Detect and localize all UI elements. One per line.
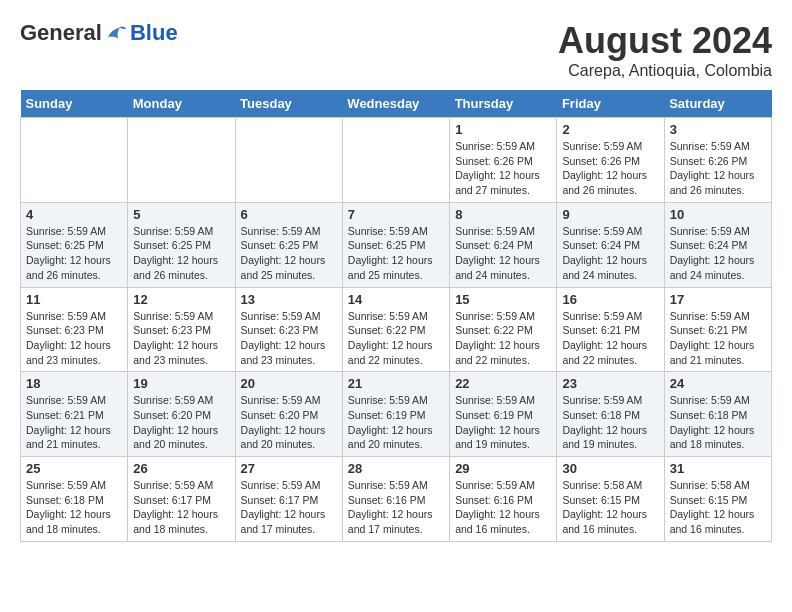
day-number: 13: [241, 292, 337, 307]
day-number: 20: [241, 376, 337, 391]
day-info: Sunrise: 5:59 AMSunset: 6:22 PMDaylight:…: [348, 309, 444, 368]
day-number: 31: [670, 461, 766, 476]
day-cell: [128, 118, 235, 203]
day-info: Sunrise: 5:59 AMSunset: 6:23 PMDaylight:…: [133, 309, 229, 368]
day-number: 25: [26, 461, 122, 476]
day-info: Sunrise: 5:59 AMSunset: 6:25 PMDaylight:…: [26, 224, 122, 283]
day-number: 28: [348, 461, 444, 476]
day-cell: 26Sunrise: 5:59 AMSunset: 6:17 PMDayligh…: [128, 457, 235, 542]
day-cell: 10Sunrise: 5:59 AMSunset: 6:24 PMDayligh…: [664, 202, 771, 287]
week-row-5: 25Sunrise: 5:59 AMSunset: 6:18 PMDayligh…: [21, 457, 772, 542]
day-number: 16: [562, 292, 658, 307]
day-info: Sunrise: 5:59 AMSunset: 6:23 PMDaylight:…: [241, 309, 337, 368]
day-info: Sunrise: 5:59 AMSunset: 6:25 PMDaylight:…: [133, 224, 229, 283]
day-info: Sunrise: 5:59 AMSunset: 6:23 PMDaylight:…: [26, 309, 122, 368]
day-info: Sunrise: 5:59 AMSunset: 6:18 PMDaylight:…: [26, 478, 122, 537]
day-cell: [235, 118, 342, 203]
day-info: Sunrise: 5:59 AMSunset: 6:21 PMDaylight:…: [26, 393, 122, 452]
days-of-week-row: SundayMondayTuesdayWednesdayThursdayFrid…: [21, 90, 772, 118]
day-cell: 31Sunrise: 5:58 AMSunset: 6:15 PMDayligh…: [664, 457, 771, 542]
day-number: 24: [670, 376, 766, 391]
day-cell: 5Sunrise: 5:59 AMSunset: 6:25 PMDaylight…: [128, 202, 235, 287]
day-cell: 16Sunrise: 5:59 AMSunset: 6:21 PMDayligh…: [557, 287, 664, 372]
day-cell: 27Sunrise: 5:59 AMSunset: 6:17 PMDayligh…: [235, 457, 342, 542]
day-cell: 17Sunrise: 5:59 AMSunset: 6:21 PMDayligh…: [664, 287, 771, 372]
day-cell: 28Sunrise: 5:59 AMSunset: 6:16 PMDayligh…: [342, 457, 449, 542]
day-info: Sunrise: 5:58 AMSunset: 6:15 PMDaylight:…: [562, 478, 658, 537]
day-number: 29: [455, 461, 551, 476]
day-info: Sunrise: 5:59 AMSunset: 6:18 PMDaylight:…: [670, 393, 766, 452]
weekday-header-friday: Friday: [557, 90, 664, 118]
weekday-header-sunday: Sunday: [21, 90, 128, 118]
day-number: 30: [562, 461, 658, 476]
day-cell: 30Sunrise: 5:58 AMSunset: 6:15 PMDayligh…: [557, 457, 664, 542]
day-info: Sunrise: 5:59 AMSunset: 6:20 PMDaylight:…: [133, 393, 229, 452]
day-info: Sunrise: 5:59 AMSunset: 6:24 PMDaylight:…: [455, 224, 551, 283]
day-info: Sunrise: 5:59 AMSunset: 6:21 PMDaylight:…: [670, 309, 766, 368]
day-number: 12: [133, 292, 229, 307]
day-number: 18: [26, 376, 122, 391]
day-cell: 3Sunrise: 5:59 AMSunset: 6:26 PMDaylight…: [664, 118, 771, 203]
day-cell: 2Sunrise: 5:59 AMSunset: 6:26 PMDaylight…: [557, 118, 664, 203]
day-cell: 14Sunrise: 5:59 AMSunset: 6:22 PMDayligh…: [342, 287, 449, 372]
day-cell: 24Sunrise: 5:59 AMSunset: 6:18 PMDayligh…: [664, 372, 771, 457]
day-cell: 4Sunrise: 5:59 AMSunset: 6:25 PMDaylight…: [21, 202, 128, 287]
day-number: 1: [455, 122, 551, 137]
day-number: 6: [241, 207, 337, 222]
weekday-header-wednesday: Wednesday: [342, 90, 449, 118]
day-number: 23: [562, 376, 658, 391]
day-number: 27: [241, 461, 337, 476]
month-year-title: August 2024: [558, 20, 772, 62]
day-cell: 6Sunrise: 5:59 AMSunset: 6:25 PMDaylight…: [235, 202, 342, 287]
page-header: General Blue August 2024 Carepa, Antioqu…: [20, 20, 772, 80]
logo-blue-text: Blue: [130, 20, 178, 46]
day-info: Sunrise: 5:59 AMSunset: 6:26 PMDaylight:…: [670, 139, 766, 198]
day-number: 8: [455, 207, 551, 222]
day-cell: 22Sunrise: 5:59 AMSunset: 6:19 PMDayligh…: [450, 372, 557, 457]
day-number: 4: [26, 207, 122, 222]
day-number: 2: [562, 122, 658, 137]
day-info: Sunrise: 5:59 AMSunset: 6:24 PMDaylight:…: [670, 224, 766, 283]
day-cell: 8Sunrise: 5:59 AMSunset: 6:24 PMDaylight…: [450, 202, 557, 287]
day-info: Sunrise: 5:59 AMSunset: 6:25 PMDaylight:…: [348, 224, 444, 283]
day-number: 10: [670, 207, 766, 222]
day-cell: 19Sunrise: 5:59 AMSunset: 6:20 PMDayligh…: [128, 372, 235, 457]
day-number: 21: [348, 376, 444, 391]
day-number: 14: [348, 292, 444, 307]
title-area: August 2024 Carepa, Antioquia, Colombia: [558, 20, 772, 80]
day-number: 7: [348, 207, 444, 222]
day-number: 26: [133, 461, 229, 476]
day-cell: 7Sunrise: 5:59 AMSunset: 6:25 PMDaylight…: [342, 202, 449, 287]
day-cell: 21Sunrise: 5:59 AMSunset: 6:19 PMDayligh…: [342, 372, 449, 457]
day-cell: 18Sunrise: 5:59 AMSunset: 6:21 PMDayligh…: [21, 372, 128, 457]
day-info: Sunrise: 5:59 AMSunset: 6:20 PMDaylight:…: [241, 393, 337, 452]
week-row-2: 4Sunrise: 5:59 AMSunset: 6:25 PMDaylight…: [21, 202, 772, 287]
day-info: Sunrise: 5:59 AMSunset: 6:16 PMDaylight:…: [455, 478, 551, 537]
day-cell: 23Sunrise: 5:59 AMSunset: 6:18 PMDayligh…: [557, 372, 664, 457]
day-number: 3: [670, 122, 766, 137]
day-info: Sunrise: 5:59 AMSunset: 6:16 PMDaylight:…: [348, 478, 444, 537]
day-cell: 12Sunrise: 5:59 AMSunset: 6:23 PMDayligh…: [128, 287, 235, 372]
week-row-4: 18Sunrise: 5:59 AMSunset: 6:21 PMDayligh…: [21, 372, 772, 457]
weekday-header-monday: Monday: [128, 90, 235, 118]
day-info: Sunrise: 5:59 AMSunset: 6:26 PMDaylight:…: [562, 139, 658, 198]
day-cell: 15Sunrise: 5:59 AMSunset: 6:22 PMDayligh…: [450, 287, 557, 372]
day-info: Sunrise: 5:59 AMSunset: 6:19 PMDaylight:…: [455, 393, 551, 452]
day-cell: [342, 118, 449, 203]
day-cell: 11Sunrise: 5:59 AMSunset: 6:23 PMDayligh…: [21, 287, 128, 372]
day-info: Sunrise: 5:59 AMSunset: 6:18 PMDaylight:…: [562, 393, 658, 452]
day-info: Sunrise: 5:59 AMSunset: 6:17 PMDaylight:…: [133, 478, 229, 537]
logo-general-text: General: [20, 20, 102, 46]
day-info: Sunrise: 5:59 AMSunset: 6:19 PMDaylight:…: [348, 393, 444, 452]
logo: General Blue: [20, 20, 178, 46]
logo-bird-icon: [104, 21, 128, 45]
week-row-1: 1Sunrise: 5:59 AMSunset: 6:26 PMDaylight…: [21, 118, 772, 203]
day-number: 9: [562, 207, 658, 222]
day-number: 5: [133, 207, 229, 222]
day-info: Sunrise: 5:58 AMSunset: 6:15 PMDaylight:…: [670, 478, 766, 537]
day-cell: 9Sunrise: 5:59 AMSunset: 6:24 PMDaylight…: [557, 202, 664, 287]
day-info: Sunrise: 5:59 AMSunset: 6:17 PMDaylight:…: [241, 478, 337, 537]
calendar-table: SundayMondayTuesdayWednesdayThursdayFrid…: [20, 90, 772, 542]
week-row-3: 11Sunrise: 5:59 AMSunset: 6:23 PMDayligh…: [21, 287, 772, 372]
day-cell: 13Sunrise: 5:59 AMSunset: 6:23 PMDayligh…: [235, 287, 342, 372]
